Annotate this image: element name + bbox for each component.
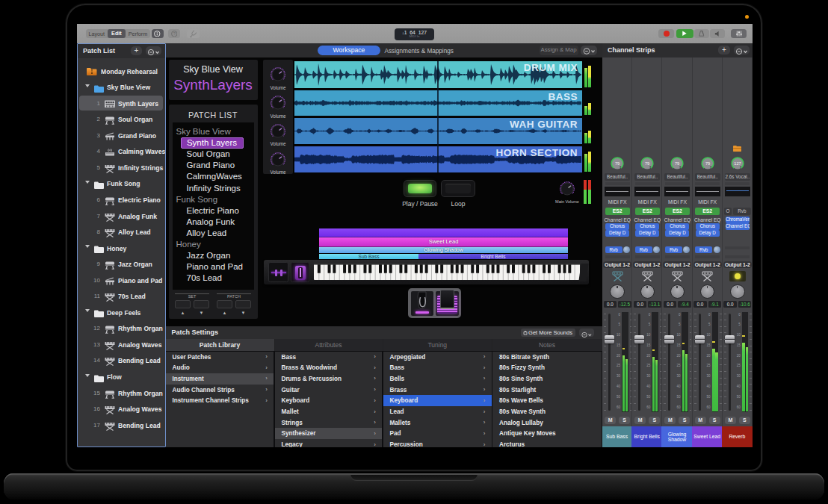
svg-text:?: ? <box>173 31 175 36</box>
svg-text:79: 79 <box>675 161 679 166</box>
svg-text:79: 79 <box>615 161 620 166</box>
svg-text:79: 79 <box>705 161 710 166</box>
svg-text:127: 127 <box>734 161 741 166</box>
svg-text:79: 79 <box>645 161 649 166</box>
